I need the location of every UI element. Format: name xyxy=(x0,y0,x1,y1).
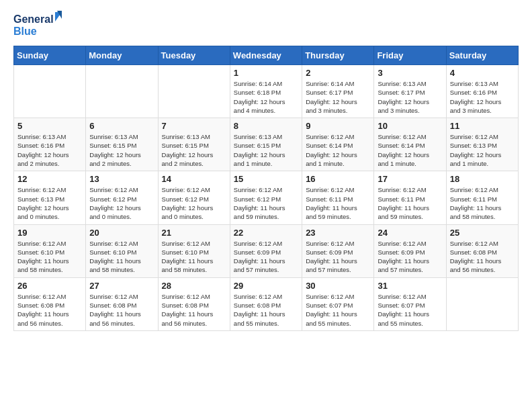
day-number: 4 xyxy=(450,68,515,78)
day-info: Sunrise: 6:12 AM Sunset: 6:07 PM Dayligh… xyxy=(306,292,370,328)
day-cell: 25Sunrise: 6:12 AM Sunset: 6:08 PM Dayli… xyxy=(446,224,518,277)
day-cell xyxy=(446,277,518,330)
day-number: 12 xyxy=(17,174,82,184)
day-cell: 30Sunrise: 6:12 AM Sunset: 6:07 PM Dayli… xyxy=(302,277,374,330)
day-info: Sunrise: 6:13 AM Sunset: 6:17 PM Dayligh… xyxy=(378,79,442,115)
day-number: 13 xyxy=(89,174,154,184)
day-cell: 18Sunrise: 6:12 AM Sunset: 6:11 PM Dayli… xyxy=(446,171,518,224)
day-info: Sunrise: 6:12 AM Sunset: 6:08 PM Dayligh… xyxy=(17,292,82,328)
day-info: Sunrise: 6:13 AM Sunset: 6:16 PM Dayligh… xyxy=(450,79,515,115)
day-number: 10 xyxy=(378,121,442,131)
day-info: Sunrise: 6:12 AM Sunset: 6:10 PM Dayligh… xyxy=(17,239,82,275)
day-cell: 1Sunrise: 6:14 AM Sunset: 6:18 PM Daylig… xyxy=(230,65,302,118)
day-number: 1 xyxy=(234,68,298,78)
day-info: Sunrise: 6:12 AM Sunset: 6:13 PM Dayligh… xyxy=(450,132,515,168)
column-header-friday: Friday xyxy=(374,46,446,65)
day-number: 7 xyxy=(162,121,226,131)
day-info: Sunrise: 6:12 AM Sunset: 6:14 PM Dayligh… xyxy=(306,132,370,168)
day-cell: 5Sunrise: 6:13 AM Sunset: 6:16 PM Daylig… xyxy=(14,118,86,171)
day-cell: 11Sunrise: 6:12 AM Sunset: 6:13 PM Dayli… xyxy=(446,118,518,171)
day-info: Sunrise: 6:12 AM Sunset: 6:12 PM Dayligh… xyxy=(162,185,226,221)
day-cell: 7Sunrise: 6:13 AM Sunset: 6:15 PM Daylig… xyxy=(158,118,230,171)
day-cell: 14Sunrise: 6:12 AM Sunset: 6:12 PM Dayli… xyxy=(158,171,230,224)
day-cell: 10Sunrise: 6:12 AM Sunset: 6:14 PM Dayli… xyxy=(374,118,446,171)
day-info: Sunrise: 6:12 AM Sunset: 6:09 PM Dayligh… xyxy=(234,239,298,275)
day-number: 9 xyxy=(306,121,370,131)
day-cell: 27Sunrise: 6:12 AM Sunset: 6:08 PM Dayli… xyxy=(86,277,158,330)
day-info: Sunrise: 6:12 AM Sunset: 6:09 PM Dayligh… xyxy=(378,239,442,275)
day-info: Sunrise: 6:12 AM Sunset: 6:10 PM Dayligh… xyxy=(89,239,154,275)
day-cell: 13Sunrise: 6:12 AM Sunset: 6:12 PM Dayli… xyxy=(86,171,158,224)
day-info: Sunrise: 6:12 AM Sunset: 6:12 PM Dayligh… xyxy=(89,185,154,221)
day-cell: 24Sunrise: 6:12 AM Sunset: 6:09 PM Dayli… xyxy=(374,224,446,277)
day-info: Sunrise: 6:14 AM Sunset: 6:18 PM Dayligh… xyxy=(234,79,298,115)
day-number: 11 xyxy=(450,121,515,131)
day-number: 19 xyxy=(17,228,82,238)
day-cell: 15Sunrise: 6:12 AM Sunset: 6:12 PM Dayli… xyxy=(230,171,302,224)
day-number: 21 xyxy=(162,228,226,238)
day-info: Sunrise: 6:12 AM Sunset: 6:08 PM Dayligh… xyxy=(89,292,154,328)
calendar-container: GeneralBlue SundayMondayTuesdayWednesday… xyxy=(0,0,532,411)
day-info: Sunrise: 6:13 AM Sunset: 6:15 PM Dayligh… xyxy=(162,132,226,168)
day-cell: 17Sunrise: 6:12 AM Sunset: 6:11 PM Dayli… xyxy=(374,171,446,224)
column-header-monday: Monday xyxy=(86,46,158,65)
day-cell: 29Sunrise: 6:12 AM Sunset: 6:08 PM Dayli… xyxy=(230,277,302,330)
day-number: 17 xyxy=(378,174,442,184)
logo-svg: GeneralBlue xyxy=(13,11,67,38)
day-cell: 28Sunrise: 6:12 AM Sunset: 6:08 PM Dayli… xyxy=(158,277,230,330)
day-cell xyxy=(14,65,86,118)
day-cell: 22Sunrise: 6:12 AM Sunset: 6:09 PM Dayli… xyxy=(230,224,302,277)
day-info: Sunrise: 6:14 AM Sunset: 6:17 PM Dayligh… xyxy=(306,79,370,115)
day-cell: 12Sunrise: 6:12 AM Sunset: 6:13 PM Dayli… xyxy=(14,171,86,224)
day-cell: 20Sunrise: 6:12 AM Sunset: 6:10 PM Dayli… xyxy=(86,224,158,277)
day-number: 24 xyxy=(378,228,442,238)
day-number: 26 xyxy=(17,281,82,291)
day-info: Sunrise: 6:12 AM Sunset: 6:08 PM Dayligh… xyxy=(450,239,515,275)
calendar-table: SundayMondayTuesdayWednesdayThursdayFrid… xyxy=(13,46,519,331)
day-cell: 26Sunrise: 6:12 AM Sunset: 6:08 PM Dayli… xyxy=(14,277,86,330)
logo: GeneralBlue xyxy=(13,11,67,38)
day-number: 8 xyxy=(234,121,298,131)
day-cell: 16Sunrise: 6:12 AM Sunset: 6:11 PM Dayli… xyxy=(302,171,374,224)
day-info: Sunrise: 6:12 AM Sunset: 6:11 PM Dayligh… xyxy=(378,185,442,221)
day-cell: 23Sunrise: 6:12 AM Sunset: 6:09 PM Dayli… xyxy=(302,224,374,277)
day-info: Sunrise: 6:12 AM Sunset: 6:11 PM Dayligh… xyxy=(306,185,370,221)
column-header-wednesday: Wednesday xyxy=(230,46,302,65)
day-cell: 3Sunrise: 6:13 AM Sunset: 6:17 PM Daylig… xyxy=(374,65,446,118)
day-number: 5 xyxy=(17,121,82,131)
day-cell: 2Sunrise: 6:14 AM Sunset: 6:17 PM Daylig… xyxy=(302,65,374,118)
day-cell: 9Sunrise: 6:12 AM Sunset: 6:14 PM Daylig… xyxy=(302,118,374,171)
day-number: 16 xyxy=(306,174,370,184)
day-number: 22 xyxy=(234,228,298,238)
day-number: 20 xyxy=(89,228,154,238)
day-cell: 8Sunrise: 6:13 AM Sunset: 6:15 PM Daylig… xyxy=(230,118,302,171)
svg-text:General: General xyxy=(13,13,54,25)
header: GeneralBlue xyxy=(13,11,519,38)
day-cell xyxy=(86,65,158,118)
day-cell: 4Sunrise: 6:13 AM Sunset: 6:16 PM Daylig… xyxy=(446,65,518,118)
day-cell: 21Sunrise: 6:12 AM Sunset: 6:10 PM Dayli… xyxy=(158,224,230,277)
day-number: 6 xyxy=(89,121,154,131)
week-row-1: 1Sunrise: 6:14 AM Sunset: 6:18 PM Daylig… xyxy=(14,65,519,118)
header-row: SundayMondayTuesdayWednesdayThursdayFrid… xyxy=(14,46,519,65)
day-number: 14 xyxy=(162,174,226,184)
day-number: 3 xyxy=(378,68,442,78)
day-info: Sunrise: 6:13 AM Sunset: 6:16 PM Dayligh… xyxy=(17,132,82,168)
day-number: 18 xyxy=(450,174,515,184)
day-info: Sunrise: 6:12 AM Sunset: 6:12 PM Dayligh… xyxy=(234,185,298,221)
day-info: Sunrise: 6:12 AM Sunset: 6:07 PM Dayligh… xyxy=(378,292,442,328)
day-number: 2 xyxy=(306,68,370,78)
week-row-2: 5Sunrise: 6:13 AM Sunset: 6:16 PM Daylig… xyxy=(14,118,519,171)
day-info: Sunrise: 6:12 AM Sunset: 6:13 PM Dayligh… xyxy=(17,185,82,221)
week-row-5: 26Sunrise: 6:12 AM Sunset: 6:08 PM Dayli… xyxy=(14,277,519,330)
column-header-sunday: Sunday xyxy=(14,46,86,65)
day-number: 15 xyxy=(234,174,298,184)
day-number: 27 xyxy=(89,281,154,291)
day-info: Sunrise: 6:12 AM Sunset: 6:11 PM Dayligh… xyxy=(450,185,515,221)
day-info: Sunrise: 6:13 AM Sunset: 6:15 PM Dayligh… xyxy=(234,132,298,168)
day-info: Sunrise: 6:12 AM Sunset: 6:10 PM Dayligh… xyxy=(162,239,226,275)
day-cell: 31Sunrise: 6:12 AM Sunset: 6:07 PM Dayli… xyxy=(374,277,446,330)
svg-text:Blue: Blue xyxy=(13,26,37,37)
day-info: Sunrise: 6:12 AM Sunset: 6:08 PM Dayligh… xyxy=(234,292,298,328)
day-info: Sunrise: 6:12 AM Sunset: 6:09 PM Dayligh… xyxy=(306,239,370,275)
